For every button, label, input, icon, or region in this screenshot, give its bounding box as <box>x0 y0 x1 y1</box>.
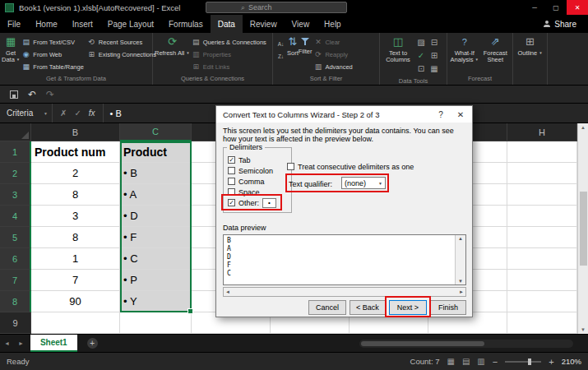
properties-button[interactable]: Properties <box>192 49 266 59</box>
sheet-nav-right-icon[interactable]: ► <box>14 340 28 346</box>
cell-h9[interactable] <box>507 312 577 334</box>
minimize-button[interactable]: ─ <box>524 0 545 15</box>
row-header-6[interactable]: 6 <box>0 248 31 270</box>
tab-delimiter-checkbox[interactable]: ✓ Tab <box>228 155 251 164</box>
refresh-all-button[interactable]: Refresh All <box>155 35 190 57</box>
search-box[interactable]: ⌕ Search <box>206 2 347 13</box>
tab-insert[interactable]: Insert <box>65 15 100 33</box>
select-all-corner[interactable] <box>0 123 31 141</box>
view-normal-icon[interactable]: ▦ <box>447 357 454 366</box>
cell-h8[interactable] <box>507 291 577 312</box>
recent-sources-button[interactable]: Recent Sources <box>87 37 156 47</box>
tab-data[interactable]: Data <box>211 15 243 33</box>
get-data-button[interactable]: Get Data <box>2 35 20 63</box>
filter-button[interactable]: Filter <box>299 35 313 55</box>
tab-view[interactable]: View <box>285 15 317 33</box>
cell-b8[interactable]: 90 <box>31 291 120 312</box>
row-header-3[interactable]: 3 <box>0 184 31 206</box>
row-header-9[interactable]: 9 <box>0 312 31 334</box>
cell-c5[interactable]: • F <box>120 227 192 248</box>
cell-h6[interactable] <box>507 248 577 270</box>
consolidate-icon[interactable] <box>428 50 441 63</box>
cell-b4[interactable]: 3 <box>31 206 120 227</box>
close-button[interactable]: ✕ <box>567 0 588 15</box>
scroll-up-icon[interactable]: ▲ <box>581 125 586 130</box>
cell-h1[interactable] <box>507 141 577 163</box>
data-model-icon[interactable] <box>428 63 441 76</box>
tab-formulas[interactable]: Formulas <box>161 15 211 33</box>
cell-h2[interactable] <box>507 163 577 184</box>
cell-h5[interactable] <box>507 227 577 248</box>
row-header-5[interactable]: 5 <box>0 227 31 248</box>
next-button[interactable]: Next > <box>389 300 427 315</box>
cancel-entry-icon[interactable]: ✗ <box>60 109 67 118</box>
flash-fill-icon[interactable] <box>414 37 428 50</box>
cell-b6[interactable]: 1 <box>31 248 120 270</box>
advanced-button[interactable]: Advanced <box>313 62 352 72</box>
cell-h4[interactable] <box>507 206 577 227</box>
view-page-layout-icon[interactable]: ▤ <box>462 357 470 366</box>
cell-b7[interactable]: 7 <box>31 270 120 291</box>
cell-b5[interactable]: 8 <box>31 227 120 248</box>
column-header-b[interactable]: B <box>31 123 120 141</box>
treat-consecutive-checkbox[interactable]: Treat consecutive delimiters as one <box>287 162 414 171</box>
undo-icon[interactable]: ↶ <box>28 89 36 100</box>
tab-help[interactable]: Help <box>317 15 349 33</box>
space-delimiter-checkbox[interactable]: Space <box>228 187 260 197</box>
sort-ascending-button[interactable] <box>276 39 285 49</box>
insert-function-icon[interactable]: fx <box>89 109 95 118</box>
tab-file[interactable]: File <box>0 15 28 33</box>
forecast-sheet-button[interactable]: Forecast Sheet <box>480 35 512 63</box>
dialog-close-button[interactable]: ✕ <box>454 109 467 120</box>
cell-c7[interactable]: • P <box>120 270 192 291</box>
queries-connections-button[interactable]: Queries & Connections <box>192 37 266 47</box>
share-button[interactable]: Share <box>544 15 588 33</box>
tab-page-layout[interactable]: Page Layout <box>100 15 161 33</box>
cell-c6[interactable]: • C <box>120 248 192 270</box>
cell-c3[interactable]: • A <box>120 184 192 206</box>
cancel-button[interactable]: Cancel <box>308 300 346 315</box>
cell-b3[interactable]: 8 <box>31 184 120 206</box>
clear-filter-button[interactable]: Clear <box>313 37 352 47</box>
what-if-analysis-button[interactable]: What-If Analysis <box>449 35 480 63</box>
vertical-scrollbar[interactable]: ▲ ▼ <box>577 123 588 334</box>
name-box-dropdown-icon[interactable]: ▼ <box>44 111 48 116</box>
cell-c8[interactable]: • Y <box>120 291 192 312</box>
horizontal-scrollbar[interactable] <box>359 340 573 348</box>
zoom-slider[interactable] <box>505 361 541 363</box>
comma-delimiter-checkbox[interactable]: Comma <box>228 177 265 186</box>
scroll-down-icon[interactable]: ▼ <box>581 327 586 332</box>
tab-review[interactable]: Review <box>243 15 285 33</box>
cell-c1[interactable]: Product <box>120 141 192 163</box>
redo-icon[interactable]: ↷ <box>46 89 54 100</box>
other-delimiter-input[interactable] <box>262 198 276 208</box>
row-header-8[interactable]: 8 <box>0 291 31 312</box>
dialog-help-button[interactable]: ? <box>434 109 447 120</box>
horizontal-scrollbar-thumb[interactable] <box>361 341 484 346</box>
from-text-csv-button[interactable]: From Text/CSV <box>21 37 84 47</box>
back-button[interactable]: < Back <box>350 300 386 315</box>
cell-b1[interactable]: Product num <box>31 141 120 163</box>
cell-h3[interactable] <box>507 184 577 206</box>
view-page-break-icon[interactable]: ▥ <box>477 357 484 366</box>
finish-button[interactable]: Finish <box>430 300 466 315</box>
preview-horizontal-scrollbar[interactable]: ◄ ► <box>223 287 466 297</box>
cell-c9[interactable] <box>120 312 192 334</box>
edit-links-button[interactable]: Edit Links <box>192 62 266 72</box>
reapply-button[interactable]: Reapply <box>313 49 352 59</box>
text-qualifier-select[interactable]: (none) ▼ <box>341 177 386 189</box>
formula-bar-value[interactable]: • B <box>104 109 122 118</box>
maximize-button[interactable]: ▢ <box>545 0 567 15</box>
other-delimiter-checkbox[interactable]: ✓ Other: <box>228 198 276 207</box>
from-table-range-button[interactable]: From Table/Range <box>21 62 84 72</box>
outline-button[interactable]: Outline <box>515 35 545 57</box>
cell-b9[interactable] <box>31 312 120 334</box>
save-icon[interactable] <box>10 90 18 99</box>
sheet-tab-sheet1[interactable]: Sheet1 <box>30 335 77 352</box>
data-validation-icon[interactable] <box>414 50 428 63</box>
remove-duplicates-icon[interactable] <box>428 37 441 50</box>
zoom-out-icon[interactable]: − <box>493 358 498 366</box>
cell-c4[interactable]: • D <box>120 206 192 227</box>
vertical-scrollbar-thumb[interactable] <box>580 192 587 266</box>
row-header-1[interactable]: 1 <box>0 141 31 163</box>
